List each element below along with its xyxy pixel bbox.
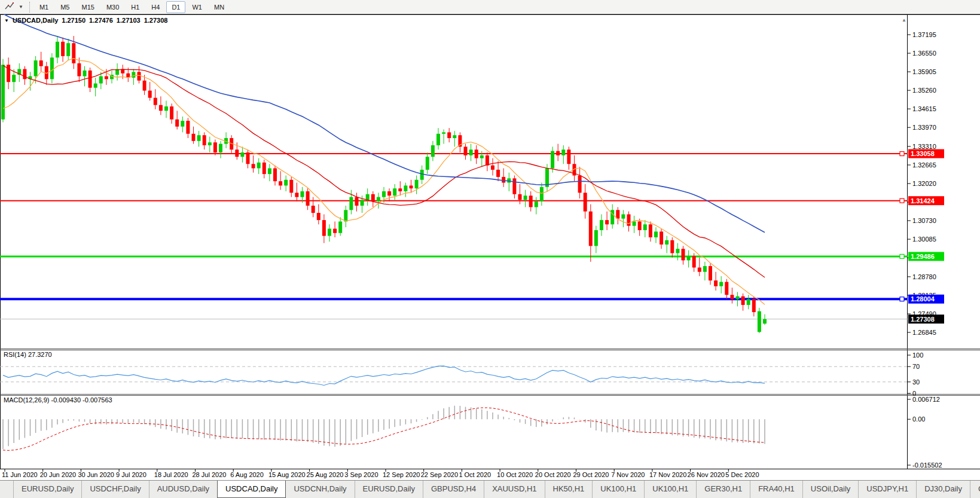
macd-indicator-label: MACD(12,26,9) -0.009430 -0.007563 — [4, 396, 112, 404]
ohlc-high: 1.27476 — [89, 17, 113, 24]
level-marker[interactable] — [900, 297, 904, 301]
candle — [72, 43, 75, 63]
chart-tab[interactable]: AUDUSD,Daily — [149, 481, 217, 498]
candle — [312, 206, 315, 213]
candle — [404, 185, 407, 191]
candle — [670, 240, 674, 253]
date-tick-label: 29 Oct 2020 — [573, 471, 609, 478]
date-tick-label: 17 Nov 2020 — [649, 471, 686, 478]
chart-tab[interactable]: CHINA300,H1 — [970, 481, 980, 498]
level-marker[interactable] — [900, 198, 904, 203]
ohlc-close: 1.27308 — [144, 17, 168, 24]
candle — [344, 210, 347, 221]
candle — [366, 194, 370, 200]
timeframe-button[interactable]: M5 — [55, 1, 75, 13]
timeframe-button[interactable]: H1 — [126, 1, 145, 13]
date-tick-label: 26 Nov 2020 — [688, 471, 725, 478]
timeframe-button[interactable]: D1 — [166, 1, 185, 13]
candle — [382, 191, 386, 197]
timeframe-button[interactable]: MN — [209, 1, 230, 13]
chart-line-tool-button[interactable] — [2, 1, 17, 13]
chart-tab[interactable]: XAUUSD,H1 — [484, 481, 544, 498]
chart-tab[interactable]: USDCNH,Daily — [286, 481, 354, 498]
chart-tab[interactable]: DJ30,Daily — [916, 481, 970, 498]
current-price-label-text: 1.27308 — [911, 316, 935, 323]
ohlc-low: 1.27103 — [117, 17, 141, 24]
price-tick-label: 1.32665 — [912, 161, 936, 169]
level-marker[interactable] — [900, 254, 904, 258]
candle — [736, 297, 740, 300]
candle — [66, 43, 70, 56]
chart-tab[interactable]: USDCAD,Daily — [217, 481, 286, 498]
chart-tab[interactable]: FRA40,H1 — [750, 481, 802, 498]
candle — [551, 151, 554, 169]
rsi-tick-label: 30 — [912, 378, 920, 386]
timeframe-button[interactable]: M1 — [34, 1, 54, 13]
candle — [361, 200, 364, 206]
price-tick-label: 1.32020 — [912, 180, 936, 187]
date-tick-label: 1 Oct 2020 — [459, 471, 491, 478]
ma-line-fast — [3, 59, 765, 305]
chart-tab[interactable]: GBPUSD,H4 — [423, 481, 484, 498]
candle — [338, 222, 342, 233]
chart-tab[interactable]: EURUSD,Daily — [13, 481, 81, 498]
candle — [279, 181, 282, 185]
candle — [709, 266, 712, 280]
candle — [23, 69, 26, 79]
chart-tab[interactable]: HK50,H1 — [545, 481, 593, 498]
candle — [567, 149, 570, 164]
timeframe-button[interactable]: W1 — [187, 1, 207, 13]
candle — [578, 176, 582, 193]
candle — [213, 142, 217, 152]
candle — [682, 249, 685, 260]
candle — [758, 311, 761, 332]
timeframe-button[interactable]: H4 — [146, 1, 165, 13]
candle — [333, 229, 337, 233]
candle — [328, 229, 331, 236]
rsi-tick-label: 70 — [912, 363, 920, 370]
candle — [747, 299, 750, 305]
candle — [687, 256, 691, 260]
candle — [420, 170, 424, 180]
candle — [355, 197, 359, 206]
candle — [192, 134, 196, 141]
chart-tab[interactable]: GER30,H1 — [696, 481, 750, 498]
chart-tab[interactable]: UK100,H1 — [592, 481, 644, 498]
candle — [138, 72, 141, 80]
candle — [322, 220, 326, 236]
candle — [410, 185, 413, 188]
candle — [730, 295, 734, 299]
chart-tool-dropdown-icon[interactable]: ▼ — [17, 1, 25, 13]
chart-tab[interactable]: USDJPY,H1 — [858, 481, 916, 498]
candle — [594, 230, 598, 246]
candle — [203, 135, 206, 145]
chart-tab[interactable]: USDCHF,Daily — [81, 481, 148, 498]
candle — [464, 146, 468, 155]
collapse-ohlc-icon[interactable]: ▼ — [4, 18, 9, 23]
candle — [240, 152, 244, 157]
candle — [540, 187, 544, 201]
timeframe-button[interactable]: M15 — [76, 1, 99, 13]
ohlc-open: 1.27150 — [62, 17, 86, 24]
macd-tick-label: 0.00 — [912, 415, 925, 423]
candle — [257, 163, 261, 169]
candle — [197, 135, 201, 141]
chart-tab[interactable]: EURUSD,Daily — [355, 481, 423, 498]
scroll-up-icon[interactable]: ▲ — [902, 17, 906, 23]
price-chart-canvas[interactable]: 1.371951.365501.359051.352601.346151.339… — [0, 14, 980, 480]
candle — [426, 157, 429, 170]
candle — [415, 180, 419, 188]
candle — [698, 267, 701, 271]
candle — [638, 222, 642, 230]
candle — [154, 98, 157, 105]
timeframe-button[interactable]: M30 — [101, 1, 124, 13]
level-marker[interactable] — [900, 152, 904, 156]
candle — [34, 60, 38, 76]
candle — [132, 72, 135, 78]
chart-tab[interactable]: UK100,H1 — [644, 481, 696, 498]
candle — [273, 168, 277, 181]
price-tick-label: 1.36550 — [912, 50, 936, 57]
candle — [512, 178, 516, 194]
candle — [524, 195, 527, 200]
chart-tab[interactable]: USOil,Daily — [802, 481, 858, 498]
